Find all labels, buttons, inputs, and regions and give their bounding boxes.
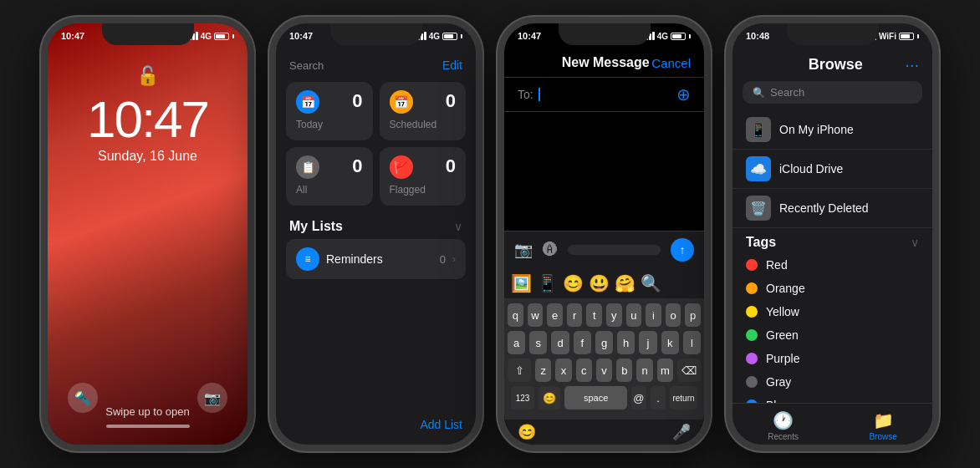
all-card[interactable]: 📋 0 All (286, 147, 373, 206)
notch-4 (787, 23, 879, 45)
key-q[interactable]: q (508, 303, 523, 327)
key-w[interactable]: w (528, 303, 544, 327)
key-m[interactable]: m (657, 359, 673, 382)
swipe-bar[interactable] (106, 425, 190, 428)
swipe-text: Swipe up to open (105, 405, 189, 418)
camera-tool-icon[interactable]: 📷 (514, 241, 533, 259)
key-r[interactable]: r (567, 303, 583, 327)
tags-section-header: Tags ∨ (732, 228, 932, 253)
tag-green[interactable]: Green (732, 323, 932, 347)
scheduled-card[interactable]: 📅 0 Scheduled (380, 82, 467, 140)
send-button[interactable]: ↑ (671, 238, 694, 262)
red-dot (746, 259, 758, 271)
reminders-edit-button[interactable]: Edit (442, 58, 462, 72)
lock-bottom: Swipe up to open (48, 405, 248, 428)
scheduled-label: Scheduled (390, 119, 457, 130)
my-lists-chevron: ∨ (454, 220, 462, 233)
phone-lockscreen: 10:47 4G 🔓 10:47 Sunday, 16 June 🔦 📷 Swi… (41, 17, 254, 451)
all-count: 0 (352, 155, 362, 177)
tags-title: Tags (746, 235, 776, 250)
reminders-search[interactable]: Search (289, 59, 324, 72)
key-x[interactable]: x (555, 359, 571, 382)
key-at[interactable]: @ (631, 386, 646, 410)
key-dot[interactable]: . (651, 386, 666, 410)
reminders-list-item[interactable]: ≡ Reminders 0 › (286, 239, 466, 279)
tag-orange[interactable]: Orange (732, 277, 932, 300)
recently-deleted-item[interactable]: 🗑️ Recently Deleted (732, 189, 932, 228)
today-icon: 📅 (296, 90, 319, 114)
files-search-bar[interactable]: 🔍 Search (743, 81, 922, 104)
flagged-card[interactable]: 🚩 0 Flagged (380, 147, 467, 206)
key-p[interactable]: p (685, 303, 701, 327)
trash-icon: 🗑️ (746, 196, 771, 221)
key-emoji[interactable]: 😊 (538, 386, 560, 410)
gray-dot (746, 376, 758, 388)
today-card[interactable]: 📅 0 Today (286, 82, 373, 140)
reminders-list-name: Reminders (326, 252, 433, 266)
iphone-location-name: On My iPhone (779, 123, 854, 136)
cancel-button[interactable]: Cancel (651, 56, 691, 70)
key-numbers[interactable]: 123 (511, 386, 534, 410)
tag-red[interactable]: Red (732, 253, 932, 277)
key-s[interactable]: s (529, 331, 547, 354)
key-u[interactable]: u (626, 303, 642, 327)
to-bar[interactable]: To: ⊕ (504, 77, 704, 112)
key-n[interactable]: n (636, 359, 652, 382)
phone-messages: 10:47 4G New Message Cancel To: ⊕ 📷 🅐 ↑ (498, 17, 711, 451)
key-t[interactable]: t (586, 303, 602, 327)
key-o[interactable]: o (666, 303, 681, 327)
key-g[interactable]: g (595, 331, 613, 354)
key-f[interactable]: f (574, 331, 591, 354)
tag-purple-label: Purple (766, 352, 799, 365)
green-dot (746, 329, 758, 341)
key-space[interactable]: space (564, 386, 626, 410)
search-placeholder: Search (770, 86, 804, 99)
emoji-apps[interactable]: 📱 (537, 273, 558, 293)
add-recipient-button[interactable]: ⊕ (676, 84, 691, 104)
browse-tab[interactable]: 📁 Browse (869, 410, 896, 441)
key-a[interactable]: a (508, 331, 525, 354)
key-return[interactable]: return (670, 386, 697, 410)
key-d[interactable]: d (551, 331, 569, 354)
all-icon: 📋 (296, 155, 319, 179)
key-e[interactable]: e (547, 303, 563, 327)
icloud-drive-item[interactable]: ☁️ iCloud Drive (732, 150, 932, 189)
key-h[interactable]: h (617, 331, 635, 354)
key-b[interactable]: b (616, 359, 632, 382)
keyboard: q w e r t y u i o p a s d f g h j k l (504, 298, 704, 420)
add-list-button[interactable]: Add List (420, 418, 462, 431)
key-k[interactable]: k (661, 331, 679, 354)
key-z[interactable]: z (535, 359, 551, 382)
emoji-sticker2[interactable]: 😃 (589, 273, 610, 293)
emoji-button[interactable]: 😊 (518, 423, 536, 441)
key-j[interactable]: j (639, 331, 656, 354)
message-body[interactable] (504, 112, 704, 231)
emoji-photos[interactable]: 🖼️ (511, 273, 532, 293)
emoji-sticker3[interactable]: 🤗 (615, 273, 635, 293)
tag-yellow[interactable]: Yellow (732, 300, 932, 323)
key-l[interactable]: l (683, 331, 701, 354)
key-v[interactable]: v (596, 359, 612, 382)
recents-tab[interactable]: 🕐 Recents (768, 410, 799, 441)
key-shift[interactable]: ⇧ (508, 359, 531, 382)
emoji-search[interactable]: 🔍 (641, 273, 661, 293)
status-time-3: 10:47 (518, 31, 541, 41)
tag-blue[interactable]: Blue (732, 394, 932, 403)
mic-button[interactable]: 🎤 (672, 423, 691, 441)
tag-gray[interactable]: Gray (732, 370, 932, 394)
key-i[interactable]: i (646, 303, 661, 327)
key-c[interactable]: c (576, 359, 592, 382)
tag-purple[interactable]: Purple (732, 347, 932, 370)
browse-icon: 📁 (873, 410, 894, 430)
more-options-button[interactable]: ··· (905, 55, 919, 74)
lock-time: 10:47 (87, 94, 208, 145)
status-time-4: 10:48 (746, 31, 769, 41)
new-message-title: New Message (559, 55, 651, 70)
emoji-sticker1[interactable]: 😊 (563, 273, 584, 293)
on-my-iphone-item[interactable]: 📱 On My iPhone (732, 110, 932, 150)
appstore-tool-icon[interactable]: 🅐 (543, 242, 558, 259)
message-input[interactable] (568, 245, 661, 255)
tag-orange-label: Orange (766, 282, 805, 295)
key-delete[interactable]: ⌫ (677, 359, 701, 382)
key-y[interactable]: y (606, 303, 622, 327)
